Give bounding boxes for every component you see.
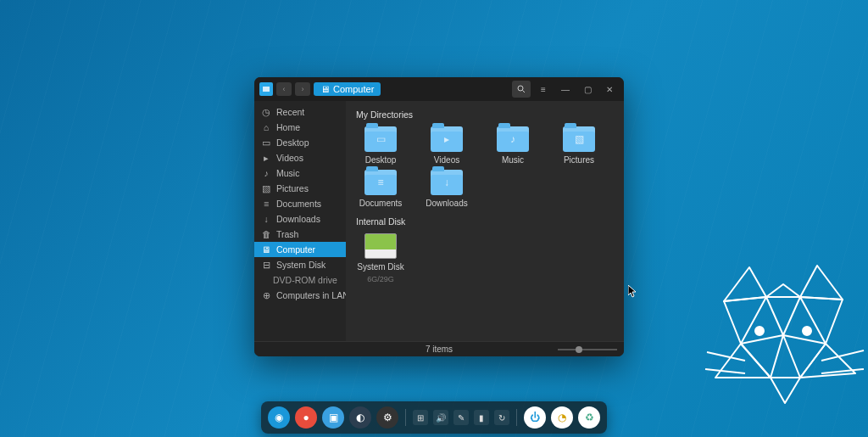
tray-refresh-icon[interactable]: ↻ — [494, 410, 509, 425]
folder-icon: ▧ — [563, 126, 595, 152]
tray-grid-icon[interactable]: ⊞ — [413, 410, 428, 425]
tray-volume-icon[interactable]: 🔊 — [433, 410, 448, 425]
svg-line-11 — [707, 352, 745, 361]
sidebar-item-downloads[interactable]: ↓Downloads — [254, 211, 346, 227]
document-icon: ≡ — [261, 199, 271, 209]
maximize-button[interactable]: ▢ — [578, 81, 597, 98]
tray-edit-icon[interactable]: ✎ — [453, 410, 469, 425]
picture-icon: ▧ — [261, 183, 271, 193]
disk-icon: ⊟ — [261, 260, 271, 270]
main-content: My Directories▭Desktop▸Videos♪Music▧Pict… — [346, 101, 624, 341]
trash-icon: 🗑 — [261, 229, 271, 239]
computer-icon: 🖥 — [261, 244, 271, 255]
svg-marker-6 — [741, 335, 783, 378]
search-icon — [517, 85, 526, 93]
sidebar-item-label: Music — [276, 168, 299, 178]
sidebar-item-computer[interactable]: 🖥Computer — [254, 242, 346, 257]
minimize-button[interactable]: — — [556, 81, 575, 98]
svg-rect-17 — [263, 87, 270, 92]
svg-marker-4 — [766, 297, 800, 335]
sidebar-item-computers-in-lan[interactable]: ⊕Computers in LAN — [254, 288, 346, 303]
folder-icon: ≡ — [364, 170, 397, 195]
tile-desktop[interactable]: ▭Desktop — [356, 126, 405, 165]
sidebar-item-dvd-rom-drive[interactable]: DVD-ROM drive — [254, 272, 346, 288]
tray-battery-icon[interactable]: ▮ — [474, 410, 489, 425]
taskbar-app-settings[interactable]: ⚙ — [376, 406, 398, 429]
svg-point-15 — [755, 327, 764, 335]
folder-glyph: ▸ — [444, 133, 449, 145]
sidebar-item-recent[interactable]: ◷Recent — [254, 104, 346, 120]
sidebar-item-pictures[interactable]: ▧Pictures — [254, 181, 346, 196]
svg-marker-7 — [783, 335, 826, 378]
sidebar-item-label: Computer — [276, 244, 315, 255]
sidebar-item-music[interactable]: ♪Music — [254, 165, 346, 181]
sidebar-item-trash[interactable]: 🗑Trash — [254, 227, 346, 242]
sidebar-item-label: Recent — [276, 107, 304, 117]
folder-glyph: ▭ — [376, 133, 386, 145]
taskbar-app-launcher[interactable]: ◉ — [268, 406, 290, 429]
tile-label: Music — [502, 155, 524, 165]
tile-documents[interactable]: ≡Documents — [356, 170, 405, 208]
svg-line-14 — [821, 369, 864, 373]
section-title: My Directories — [356, 109, 614, 120]
disk-icon — [364, 233, 397, 259]
folder-icon: ▭ — [364, 126, 397, 152]
app-icon — [259, 82, 273, 96]
taskbar-app-record[interactable]: ● — [295, 406, 317, 429]
video-icon: ▸ — [261, 153, 271, 163]
taskbar-app-browser[interactable]: ◐ — [349, 406, 371, 429]
menu-button[interactable]: ≡ — [534, 81, 553, 98]
tile-label: Downloads — [426, 199, 467, 208]
minimize-icon: — — [561, 85, 570, 94]
close-button[interactable]: ✕ — [600, 81, 619, 98]
desktop-icon: ▭ — [261, 137, 271, 148]
hamburger-icon: ≡ — [541, 85, 546, 94]
maximize-icon: ▢ — [584, 85, 592, 94]
icon-grid: System Disk6G/29G — [356, 233, 614, 283]
folder-glyph: ≡ — [377, 176, 383, 188]
tile-videos[interactable]: ▸Videos — [422, 126, 471, 165]
svg-line-19 — [523, 91, 526, 93]
svg-point-18 — [518, 86, 523, 91]
tile-label: Videos — [434, 155, 459, 165]
statusbar: 7 items — [254, 341, 624, 356]
sidebar-item-documents[interactable]: ≡Documents — [254, 196, 346, 211]
sidebar-item-videos[interactable]: ▸Videos — [254, 150, 346, 165]
folder-icon: ♪ — [497, 126, 529, 152]
sidebar-item-home[interactable]: ⌂Home — [254, 120, 346, 135]
search-button[interactable] — [512, 81, 531, 98]
tile-system-disk[interactable]: System Disk6G/29G — [356, 233, 405, 283]
sidebar-item-label: Downloads — [276, 214, 320, 224]
file-manager-window: ‹ › 🖥 Computer ≡ — ▢ ✕ ◷Recent⌂Home▭Desk… — [254, 77, 624, 356]
network-icon: ⊕ — [261, 290, 271, 300]
svg-marker-3 — [724, 297, 766, 344]
sidebar-item-desktop[interactable]: ▭Desktop — [254, 135, 346, 150]
nav-forward-button[interactable]: › — [295, 82, 310, 96]
breadcrumb[interactable]: 🖥 Computer — [314, 82, 381, 96]
tile-label: Pictures — [564, 155, 594, 165]
wallpaper-cat-logo — [690, 250, 868, 437]
folder-icon: ▸ — [431, 126, 463, 152]
tile-downloads[interactable]: ↓Downloads — [422, 170, 471, 208]
taskbar-power-button[interactable]: ⏻ — [524, 406, 546, 429]
svg-point-16 — [803, 327, 811, 335]
sidebar-item-label: Videos — [276, 153, 303, 163]
tile-music[interactable]: ♪Music — [488, 126, 537, 165]
svg-marker-9 — [715, 344, 771, 378]
svg-marker-2 — [766, 284, 800, 297]
tile-label: Desktop — [365, 155, 397, 165]
tile-pictures[interactable]: ▧Pictures — [554, 126, 604, 165]
zoom-slider[interactable] — [558, 345, 617, 354]
taskbar-separator — [405, 409, 406, 426]
taskbar-monitor-button[interactable]: ◔ — [551, 406, 573, 429]
sidebar-item-label: Pictures — [276, 183, 309, 193]
taskbar-trash-button[interactable]: ♻ — [578, 406, 600, 429]
svg-marker-8 — [771, 378, 800, 403]
svg-marker-5 — [800, 297, 843, 344]
taskbar-app-files[interactable]: ▣ — [322, 406, 344, 429]
tile-label: Documents — [359, 199, 403, 208]
sidebar-item-system-disk[interactable]: ⊟System Disk — [254, 257, 346, 272]
music-icon: ♪ — [261, 168, 271, 178]
nav-back-button[interactable]: ‹ — [276, 82, 292, 96]
folder-glyph: ♪ — [510, 133, 515, 145]
